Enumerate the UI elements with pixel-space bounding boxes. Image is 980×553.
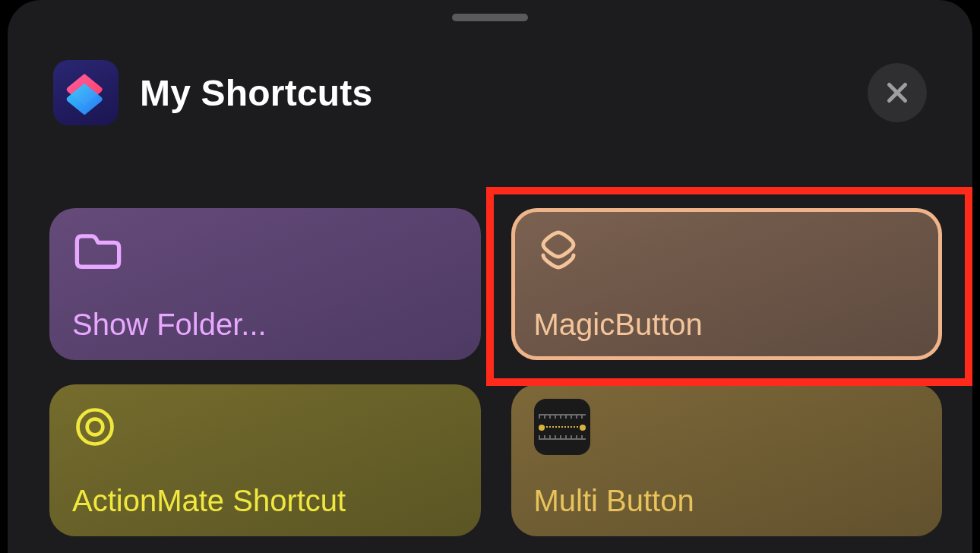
shortcut-label: Multi Button [534,484,920,518]
shortcut-grid: Show Folder... MagicButton ActionMate Sh… [49,208,942,536]
shortcuts-app-icon [53,60,119,125]
svg-point-1 [87,419,103,435]
shortcut-label: MagicButton [534,308,920,342]
close-button[interactable] [868,63,927,122]
stack-icon [534,226,583,275]
close-icon [884,79,911,106]
shortcut-tile-show-folder[interactable]: Show Folder... [49,208,481,360]
shortcut-label: Show Folder... [72,308,458,342]
shortcut-label: ActionMate Shortcut [72,484,458,518]
measure-icon [534,399,590,455]
header: My Shortcuts [53,55,927,131]
svg-point-0 [78,410,112,444]
page-title: My Shortcuts [140,72,372,114]
target-icon [72,404,118,450]
sheet: My Shortcuts Show Folder... MagicB [8,0,972,553]
folder-icon [72,229,124,272]
sheet-grabber[interactable] [452,14,528,21]
shortcut-tile-actionmate[interactable]: ActionMate Shortcut [49,384,481,536]
shortcut-tile-multi-button[interactable]: Multi Button [511,384,943,536]
shortcut-tile-magicbutton[interactable]: MagicButton [511,208,943,360]
